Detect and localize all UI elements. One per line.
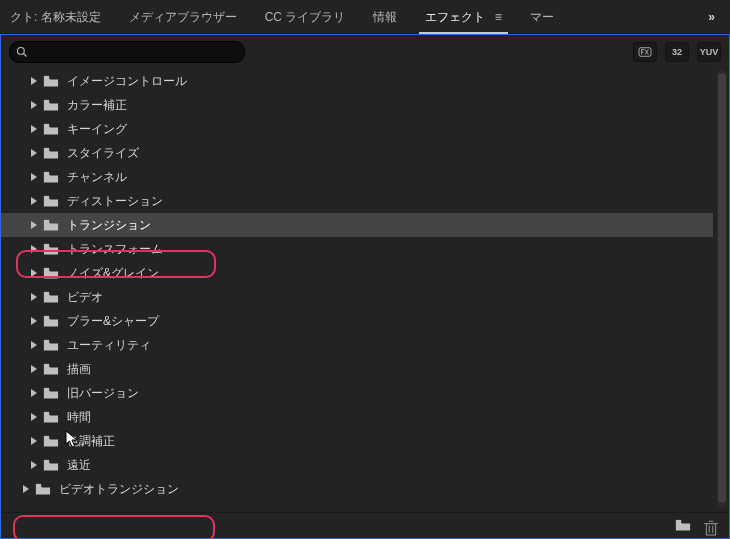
svg-rect-10 <box>44 244 49 247</box>
tab-info-label: 情報 <box>373 10 397 24</box>
folder-icon <box>43 75 59 87</box>
tab-media-browser[interactable]: メディアブラウザー <box>115 0 251 34</box>
search-box[interactable] <box>9 41 245 63</box>
svg-rect-21 <box>676 519 681 522</box>
tree-folder-row[interactable]: ブラー&シャープ <box>1 309 713 333</box>
folder-icon <box>43 315 59 327</box>
tree-item-label: ビデオ <box>67 289 713 306</box>
tree-folder-row[interactable]: 旧バージョン <box>1 381 713 405</box>
svg-rect-17 <box>44 412 49 415</box>
chevron-right-icon <box>29 149 39 157</box>
svg-line-1 <box>24 54 27 57</box>
folder-icon <box>43 339 59 351</box>
new-bin-button[interactable] <box>675 519 691 533</box>
folder-icon <box>43 99 59 111</box>
tree-folder-row[interactable]: トランジション <box>1 213 713 237</box>
filter-accelerated-button[interactable] <box>633 42 657 62</box>
svg-point-0 <box>18 48 25 55</box>
filter-yuv-label: YUV <box>700 47 719 57</box>
delete-button[interactable] <box>703 519 719 533</box>
svg-rect-12 <box>44 292 49 295</box>
tree-item-label: ブラー&シャープ <box>67 313 713 330</box>
tree-item-label: 描画 <box>67 361 713 378</box>
tree-item-label: トランジション <box>67 217 713 234</box>
effects-tree[interactable]: イメージコントロールカラー補正キーイングスタイライズチャンネルディストーショント… <box>1 69 713 508</box>
tab-effects[interactable]: エフェクト ≡ <box>411 0 515 34</box>
tree-item-label: キーイング <box>67 121 713 138</box>
folder-icon <box>43 147 59 159</box>
tree-category-row[interactable]: ビデオトランジション <box>1 477 713 501</box>
tree-folder-row[interactable]: ユーティリティ <box>1 333 713 357</box>
tree-item-label: スタイライズ <box>67 145 713 162</box>
chevron-right-icon <box>29 437 39 445</box>
tree-folder-row[interactable]: イメージコントロール <box>1 69 713 93</box>
filter-32bit-button[interactable]: 32 <box>665 42 689 62</box>
tree-folder-row[interactable]: 描画 <box>1 357 713 381</box>
tabs-overflow-button[interactable]: » <box>700 10 724 24</box>
tree-item-label: ディストーション <box>67 193 713 210</box>
tree-folder-row[interactable]: トランスフォーム <box>1 237 713 261</box>
chevron-right-icon <box>29 413 39 421</box>
folder-icon <box>43 291 59 303</box>
tab-project[interactable]: クト: 名称未設定 <box>6 0 115 34</box>
overflow-glyph: » <box>708 10 716 24</box>
chevron-right-icon <box>29 197 39 205</box>
svg-rect-7 <box>44 172 49 175</box>
chevron-right-icon <box>29 221 39 229</box>
folder-icon <box>43 195 59 207</box>
folder-icon <box>43 171 59 183</box>
tree-item-label: イメージコントロール <box>67 73 713 90</box>
svg-rect-19 <box>44 460 49 463</box>
svg-rect-20 <box>36 484 41 487</box>
svg-rect-18 <box>44 436 49 439</box>
tab-cc-libraries[interactable]: CC ライブラリ <box>251 0 360 34</box>
tree-scrollbar[interactable] <box>717 69 727 508</box>
svg-rect-9 <box>44 220 49 223</box>
tree-item-label: チャンネル <box>67 169 713 186</box>
tree-folder-row[interactable]: ノイズ&グレイン <box>1 261 713 285</box>
tab-media-label: メディアブラウザー <box>129 10 237 24</box>
svg-rect-5 <box>44 124 49 127</box>
tree-item-label: 時間 <box>67 409 713 426</box>
chevron-right-icon <box>29 317 39 325</box>
chevron-right-icon <box>29 293 39 301</box>
folder-icon <box>43 363 59 375</box>
chevron-right-icon <box>29 125 39 133</box>
chevron-right-icon <box>29 269 39 277</box>
filter-yuv-button[interactable]: YUV <box>697 42 721 62</box>
panel-menu-icon[interactable]: ≡ <box>495 10 502 24</box>
search-input[interactable] <box>32 45 244 59</box>
tree-folder-row[interactable]: チャンネル <box>1 165 713 189</box>
folder-icon <box>43 243 59 255</box>
folder-icon <box>43 435 59 447</box>
tree-folder-row[interactable]: 遠近 <box>1 453 713 477</box>
tab-cc-label: CC ライブラリ <box>265 10 346 24</box>
tree-folder-row[interactable]: ビデオ <box>1 285 713 309</box>
tree-folder-row[interactable]: 色調補正 <box>1 429 713 453</box>
chevron-right-icon <box>29 365 39 373</box>
scrollbar-thumb[interactable] <box>718 73 726 503</box>
svg-rect-11 <box>44 268 49 271</box>
tree-folder-row[interactable]: 時間 <box>1 405 713 429</box>
svg-rect-2 <box>639 48 651 57</box>
folder-icon <box>43 219 59 231</box>
search-row: 32 YUV <box>1 35 729 69</box>
tree-item-label: 旧バージョン <box>67 385 713 402</box>
tab-markers-label: マー <box>530 10 554 24</box>
tab-markers[interactable]: マー <box>516 0 568 34</box>
chevron-right-icon <box>21 485 31 493</box>
tree-folder-row[interactable]: カラー補正 <box>1 93 713 117</box>
chevron-right-icon <box>29 173 39 181</box>
search-icon <box>16 46 28 58</box>
chevron-right-icon <box>29 77 39 85</box>
tree-folder-row[interactable]: キーイング <box>1 117 713 141</box>
folder-icon <box>43 387 59 399</box>
tree-folder-row[interactable]: スタイライズ <box>1 141 713 165</box>
tree-item-label: ノイズ&グレイン <box>67 265 713 282</box>
tab-effects-label: エフェクト <box>425 10 485 24</box>
tree-item-label: 色調補正 <box>67 433 713 450</box>
tab-info[interactable]: 情報 <box>359 0 411 34</box>
tree-folder-row[interactable]: ディストーション <box>1 189 713 213</box>
fx-badge-icon <box>638 46 652 58</box>
tree-item-label: ビデオトランジション <box>59 481 713 498</box>
